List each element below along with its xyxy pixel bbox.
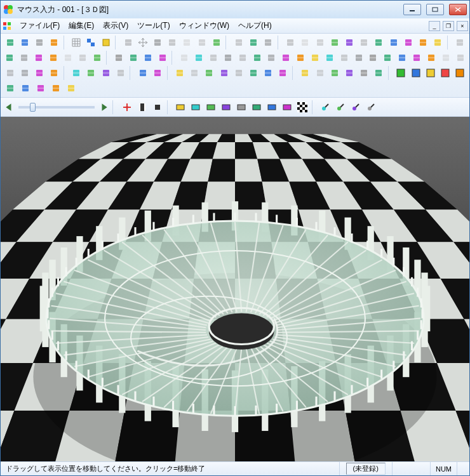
tool-preview[interactable] bbox=[32, 36, 46, 50]
tool-ar6[interactable] bbox=[372, 66, 386, 80]
tool-ta6[interactable] bbox=[246, 66, 260, 80]
tool-shape1[interactable] bbox=[3, 51, 17, 65]
tool-panel2[interactable] bbox=[84, 66, 98, 80]
tool-shade[interactable] bbox=[453, 36, 467, 50]
tool-redo[interactable] bbox=[210, 36, 223, 50]
menu-tool[interactable]: ツール(T) bbox=[133, 18, 173, 33]
tool-mat2[interactable] bbox=[18, 66, 31, 80]
timeline-tool-stop[interactable] bbox=[151, 100, 164, 114]
tool-panel1[interactable] bbox=[70, 66, 83, 80]
tool-ta1[interactable] bbox=[173, 66, 186, 80]
tool-line3[interactable] bbox=[141, 51, 154, 65]
tool-ta8[interactable] bbox=[276, 66, 290, 80]
tool-surf13[interactable] bbox=[352, 51, 365, 65]
tool-surf15[interactable] bbox=[381, 51, 394, 65]
viewport-3d[interactable] bbox=[1, 117, 469, 461]
tool-shape3[interactable] bbox=[32, 51, 46, 65]
tool-ar2[interactable] bbox=[313, 66, 326, 80]
timeline-tool-layer-y[interactable] bbox=[234, 100, 248, 114]
menu-edit[interactable]: 編集(E) bbox=[65, 18, 98, 33]
tool-panel3[interactable] bbox=[99, 66, 112, 80]
tool-c-blue[interactable] bbox=[409, 66, 422, 80]
tool-zoom-target[interactable] bbox=[121, 36, 135, 50]
timeline-thumb[interactable] bbox=[30, 103, 36, 112]
close-button[interactable] bbox=[449, 4, 467, 15]
tool-surf20[interactable] bbox=[453, 51, 467, 65]
tool-props[interactable] bbox=[48, 36, 61, 50]
tool-surf5[interactable] bbox=[236, 51, 249, 65]
menu-view[interactable]: 表示(V) bbox=[99, 18, 132, 33]
tool-ar3[interactable] bbox=[328, 66, 341, 80]
tool-surf2[interactable] bbox=[192, 51, 206, 65]
tool-render3[interactable] bbox=[262, 36, 275, 50]
tool-panel4[interactable] bbox=[114, 66, 127, 80]
tool-ta2[interactable] bbox=[188, 66, 201, 80]
tool-sun8[interactable] bbox=[387, 36, 400, 50]
tool-surf19[interactable] bbox=[439, 51, 452, 65]
tool-line2[interactable] bbox=[127, 51, 140, 65]
tool-sun7[interactable] bbox=[372, 36, 386, 50]
tool-surf11[interactable] bbox=[323, 51, 336, 65]
tool-ta5[interactable] bbox=[232, 66, 245, 80]
tool-undo[interactable] bbox=[195, 36, 208, 50]
menu-help[interactable]: ヘルプ(H) bbox=[234, 18, 276, 33]
tool-surf1[interactable] bbox=[178, 51, 191, 65]
mdi-minimize-button[interactable]: _ bbox=[429, 21, 440, 31]
tool-line1[interactable] bbox=[112, 51, 126, 65]
tool-ar4[interactable] bbox=[342, 66, 356, 80]
tool-redo-x[interactable] bbox=[180, 36, 194, 50]
tool-print[interactable] bbox=[18, 36, 31, 50]
tool-new[interactable] bbox=[3, 36, 17, 50]
timeline-tool-layer-g2[interactable] bbox=[265, 100, 279, 114]
tool-ar5[interactable] bbox=[358, 66, 371, 80]
tool-surf4[interactable] bbox=[221, 51, 234, 65]
timeline-tool-checker[interactable] bbox=[295, 100, 309, 114]
tool-shape5[interactable] bbox=[61, 51, 74, 65]
tool-render1[interactable] bbox=[232, 36, 245, 50]
tool-sun5[interactable] bbox=[342, 36, 356, 50]
tool-line4[interactable] bbox=[156, 51, 169, 65]
tool-snap-blue[interactable] bbox=[84, 36, 98, 50]
tool-render2[interactable] bbox=[246, 36, 260, 50]
tool-surf18[interactable] bbox=[425, 51, 438, 65]
status-slot-1[interactable]: (未登録) bbox=[346, 463, 386, 475]
menu-window[interactable]: ウィンドウ(W) bbox=[175, 18, 233, 33]
tool-surf17[interactable] bbox=[410, 51, 424, 65]
maximize-button[interactable] bbox=[426, 4, 444, 15]
tool-text-a1[interactable] bbox=[136, 66, 149, 80]
tool-surf6[interactable] bbox=[250, 51, 264, 65]
tool-surf7[interactable] bbox=[265, 51, 278, 65]
timeline-tool-brush4[interactable] bbox=[364, 100, 378, 114]
tool-surf16[interactable] bbox=[396, 51, 409, 65]
tool-surf10[interactable] bbox=[309, 51, 322, 65]
tool-sun2[interactable] bbox=[299, 36, 312, 50]
timeline-tool-layer-m[interactable] bbox=[204, 100, 218, 114]
tool-c-red[interactable] bbox=[438, 66, 452, 80]
tool-ta3[interactable] bbox=[203, 66, 216, 80]
tool-zoom-region[interactable] bbox=[151, 36, 164, 50]
tool-shape4[interactable] bbox=[47, 51, 60, 65]
tool-sun4[interactable] bbox=[328, 36, 341, 50]
tool-sun10[interactable] bbox=[416, 36, 429, 50]
timeline-tool-nav-cross[interactable] bbox=[120, 100, 134, 114]
timeline-tool-layer-g[interactable] bbox=[173, 100, 187, 114]
tool-ta7[interactable] bbox=[262, 66, 275, 80]
step-forward-icon[interactable] bbox=[100, 103, 109, 112]
tool-sun11[interactable] bbox=[431, 36, 445, 50]
tool-sun9[interactable] bbox=[401, 36, 415, 50]
tool-opt2[interactable] bbox=[18, 81, 32, 95]
timeline-tool-layer-o[interactable] bbox=[219, 100, 233, 114]
tool-mat4[interactable] bbox=[48, 66, 61, 80]
timeline-tool-brush3[interactable] bbox=[349, 100, 363, 114]
tool-sun1[interactable] bbox=[284, 36, 297, 50]
tool-surf8[interactable] bbox=[279, 51, 293, 65]
tool-snap-yellow[interactable] bbox=[99, 36, 112, 50]
tool-arrow[interactable] bbox=[166, 36, 179, 50]
tool-shape6[interactable] bbox=[76, 51, 89, 65]
timeline-tool-film[interactable] bbox=[135, 100, 149, 114]
tool-shape7[interactable] bbox=[90, 51, 104, 65]
tool-c-green[interactable] bbox=[394, 66, 408, 80]
timeline-tool-brush2[interactable] bbox=[333, 100, 347, 114]
tool-surf12[interactable] bbox=[337, 51, 351, 65]
timeline-tool-layer-c[interactable] bbox=[250, 100, 264, 114]
